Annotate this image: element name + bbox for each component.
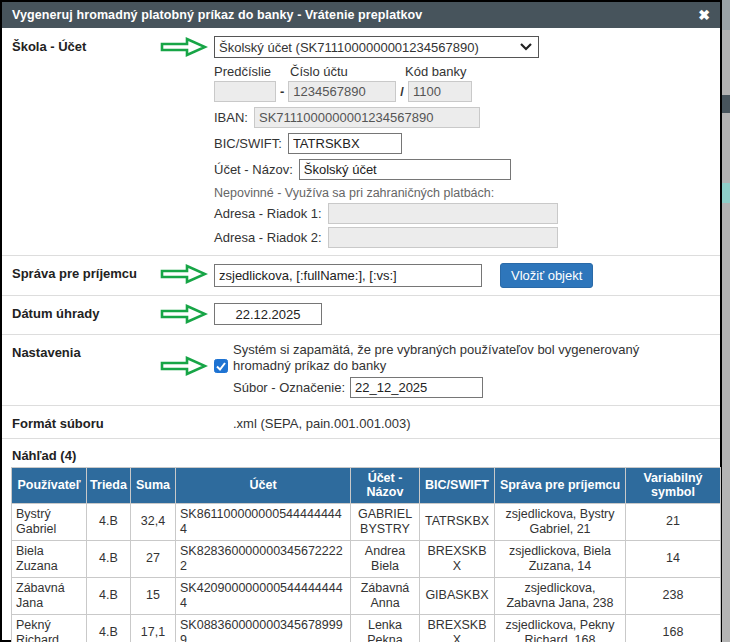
cell-account: SK8283600000003456722222: [176, 540, 351, 577]
prefix-number-separator: -: [276, 84, 288, 99]
cell-variable-symbol: 14: [626, 540, 721, 577]
dialog-title: Vygeneruj hromadný platobný príkaz do ba…: [12, 8, 422, 22]
cell-account-name: GABRIEL BYSTRY: [351, 503, 420, 540]
section-divider: [2, 334, 720, 335]
cell-account: SK4209000000005444444444: [176, 577, 351, 614]
payment-date-row: Dátum úhrady: [2, 303, 720, 327]
chevron-down-icon: [520, 43, 532, 51]
cell-user: Bystrý Gabriel: [12, 503, 87, 540]
cell-bic: BREXSKBX: [420, 540, 495, 577]
number-code-separator: /: [396, 84, 408, 99]
iban-label: IBAN:: [214, 110, 254, 125]
table-row: Pekný Richard 4.B 17,1 SK088360000000345…: [12, 614, 721, 642]
bic-label: BIC/SWIFT:: [214, 136, 288, 151]
column-header-user: Používateľ: [12, 468, 87, 504]
section-divider: [2, 255, 720, 256]
cell-bic: BREXSKBX: [420, 614, 495, 642]
bic-field[interactable]: [288, 133, 402, 154]
cell-variable-symbol: 21: [626, 503, 721, 540]
account-name-field[interactable]: [299, 159, 511, 180]
settings-row: Nastavenia Systém si zapamätá, že pre vy…: [2, 342, 720, 398]
section-divider: [2, 405, 720, 406]
prefix-label: Predčíslie: [214, 64, 290, 79]
recipient-message-row: Správa pre príjemcu Vložiť objekt: [2, 263, 720, 288]
cell-class: 4.B: [87, 540, 131, 577]
school-account-label: Škola - Účet: [12, 36, 160, 54]
column-header-sum: Suma: [131, 468, 176, 504]
remember-checkbox-text-line1: Systém si zapamätá, že pre vybraných pou…: [233, 342, 720, 358]
iban-field: [254, 107, 480, 128]
account-number-field: [288, 81, 396, 102]
table-row: Biela Zuzana 4.B 27 SK828360000000345672…: [12, 540, 721, 577]
green-arrow-icon: [160, 37, 208, 57]
bank-code-label: Kód banky: [405, 64, 466, 79]
cell-variable-symbol: 168: [626, 614, 721, 642]
school-account-row: Škola - Účet Školský účet (SK71110000000…: [2, 36, 720, 248]
school-account-select-value: Školský účet (SK7111000000001234567890): [219, 40, 479, 55]
cell-bic: TATRSKBX: [420, 503, 495, 540]
cell-account-name: Lenka Pekna: [351, 614, 420, 642]
cell-user: Pekný Richard: [12, 614, 87, 642]
insert-object-button[interactable]: Vložiť objekt: [500, 263, 593, 288]
cell-variable-symbol: 238: [626, 577, 721, 614]
address1-label: Adresa - Riadok 1:: [214, 206, 328, 221]
school-account-select[interactable]: Školský účet (SK7111000000001234567890): [214, 36, 539, 58]
column-header-class: Trieda: [87, 468, 131, 504]
file-format-value: .xml (SEPA, pain.001.001.003): [233, 416, 411, 431]
bank-code-field: [408, 81, 472, 102]
file-format-label: Formát súboru: [12, 413, 160, 431]
payment-date-label: Dátum úhrady: [12, 303, 160, 321]
cell-account: SK8611000000005444444444: [176, 503, 351, 540]
dialog-titlebar: Vygeneruj hromadný platobný príkaz do ba…: [2, 2, 720, 28]
address2-label: Adresa - Riadok 2:: [214, 230, 328, 245]
preview-title: Náhľad (4): [2, 446, 720, 467]
cell-message: zsjedlickova, Biela Zuzana, 14: [495, 540, 626, 577]
cell-bic: GIBASKBX: [420, 577, 495, 614]
cell-class: 4.B: [87, 614, 131, 642]
close-icon[interactable]: ✖: [698, 8, 710, 22]
cell-class: 4.B: [87, 577, 131, 614]
section-divider: [2, 438, 720, 439]
column-header-message: Správa pre príjemcu: [495, 468, 626, 504]
account-name-label: Účet - Názov:: [214, 162, 299, 177]
prefix-field: [214, 81, 276, 102]
file-name-input[interactable]: [350, 377, 483, 398]
green-arrow-icon: [160, 264, 208, 284]
remember-generated-checkbox[interactable]: [214, 359, 228, 373]
cell-message: zsjedlickova, Pekny Richard, 168: [495, 614, 626, 642]
column-header-account-name: Účet - Názov: [351, 468, 420, 504]
file-name-label: Súbor - Označenie:: [233, 380, 350, 395]
remember-checkbox-text-line2: hromadný príkaz do banky: [233, 358, 720, 374]
cell-sum: 27: [131, 540, 176, 577]
cell-account: SK0883600000003456789999: [176, 614, 351, 642]
cell-sum: 15: [131, 577, 176, 614]
address1-field: [328, 203, 558, 224]
settings-label: Nastavenia: [12, 342, 160, 360]
preview-table: Používateľ Trieda Suma Účet Účet - Názov…: [11, 467, 721, 642]
column-header-account: Účet: [176, 468, 351, 504]
green-arrow-icon: [160, 356, 208, 376]
cell-user: Biela Zuzana: [12, 540, 87, 577]
cell-account-name: Zábavná Anna: [351, 577, 420, 614]
column-header-bic: BIC/SWIFT: [420, 468, 495, 504]
cell-message: zsjedlickova, Zabavna Jana, 238: [495, 577, 626, 614]
payment-date-input[interactable]: [214, 303, 322, 325]
cell-class: 4.B: [87, 503, 131, 540]
cell-sum: 32,4: [131, 503, 176, 540]
cell-sum: 17,1: [131, 614, 176, 642]
address2-field: [328, 227, 558, 248]
green-arrow-icon: [160, 304, 208, 324]
column-header-variable-symbol: Variabilný symbol: [626, 468, 721, 504]
cell-user: Zábavná Jana: [12, 577, 87, 614]
file-format-row: Formát súboru .xml (SEPA, pain.001.001.0…: [2, 413, 720, 431]
recipient-message-label: Správa pre príjemcu: [12, 263, 160, 281]
cell-account-name: Andrea Biela: [351, 540, 420, 577]
cell-message: zsjedlickova, Bystry Gabriel, 21: [495, 503, 626, 540]
recipient-message-input[interactable]: [214, 264, 482, 287]
table-row: Zábavná Jana 4.B 15 SK420900000000544444…: [12, 577, 721, 614]
section-divider: [2, 295, 720, 296]
table-row: Bystrý Gabriel 4.B 32,4 SK86110000000054…: [12, 503, 721, 540]
table-header-row: Používateľ Trieda Suma Účet Účet - Názov…: [12, 468, 721, 504]
payment-order-dialog: Vygeneruj hromadný platobný príkaz do ba…: [0, 0, 722, 642]
account-number-label: Číslo účtu: [290, 64, 405, 79]
